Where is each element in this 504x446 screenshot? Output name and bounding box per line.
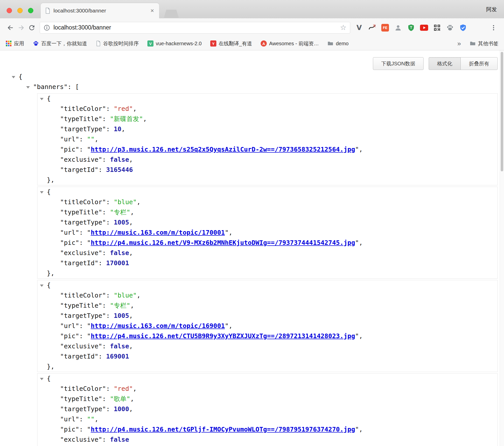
json-url-link[interactable]: http://p4.music.126.net/CTU5B9R9y3XyYBZX… xyxy=(91,332,355,340)
json-token: "typeTitle" xyxy=(60,302,102,309)
json-line: "exclusive": false, xyxy=(37,155,497,165)
svg-text:英: 英 xyxy=(373,24,376,27)
bookmarks-bar: 应用 百度一下，你就知道 谷歌按时间排序 V vue-hackernews-2.… xyxy=(0,37,504,50)
vimium-extension-icon[interactable]: V xyxy=(355,23,363,32)
bookmark-label: 谷歌按时间排序 xyxy=(103,40,139,47)
format-button[interactable]: 格式化 xyxy=(429,57,461,70)
json-line: "targetType": 1000, xyxy=(37,404,497,414)
json-token: "typeTitle" xyxy=(60,395,102,403)
json-token: 10 xyxy=(114,125,121,133)
json-token: "专栏" xyxy=(110,209,130,216)
json-token: " xyxy=(355,146,359,153)
new-tab-button[interactable] xyxy=(164,10,179,18)
bookmark-label: Awesomes - 前端资… xyxy=(269,40,319,47)
json-token: 170001 xyxy=(106,259,129,267)
collapse-triangle-icon[interactable] xyxy=(40,285,44,287)
json-token: , xyxy=(130,395,134,403)
folder-icon xyxy=(470,40,476,47)
json-token: { xyxy=(19,73,22,80)
collapse-triangle-icon[interactable] xyxy=(12,76,15,78)
youtube-extension-icon[interactable] xyxy=(420,23,428,32)
bookmark-demo-folder[interactable]: demo xyxy=(327,40,348,47)
json-url-link[interactable]: http://music.163.com/m/topic/169001 xyxy=(91,322,225,330)
bookmark-google-sort[interactable]: 谷歌按时间排序 xyxy=(96,40,139,47)
json-line: { xyxy=(0,72,504,82)
json-token: "targetId" xyxy=(60,353,99,360)
json-token: , xyxy=(137,198,141,206)
download-json-button[interactable]: 下载JSON数据 xyxy=(373,57,424,70)
json-token: "新碟首发" xyxy=(110,115,143,123)
banner-object: {"titleColor": "red","typeTitle": "新碟首发"… xyxy=(37,93,498,185)
collapse-triangle-icon[interactable] xyxy=(40,378,44,380)
json-token: { xyxy=(47,188,51,196)
browser-menu-button[interactable] xyxy=(488,22,499,33)
awesomes-icon: A xyxy=(261,40,267,47)
json-token: , xyxy=(129,343,133,350)
json-token: : xyxy=(106,219,114,226)
json-url-link[interactable]: http://p3.music.126.net/s25q2x5QyqsAzilC… xyxy=(91,146,355,153)
address-bar[interactable]: localhost:3000/banner ☆ xyxy=(40,22,350,34)
json-token: "exclusive" xyxy=(60,156,102,163)
bookmark-vue-hackernews[interactable]: V vue-hackernews-2.0 xyxy=(147,40,202,47)
apps-grid-icon xyxy=(6,40,12,47)
json-url-link[interactable]: http://music.163.com/m/topic/170001 xyxy=(91,229,225,236)
json-line: "titleColor": "blue", xyxy=(37,290,497,301)
forward-button[interactable] xyxy=(16,22,26,33)
zoom-window-button[interactable] xyxy=(28,8,33,13)
json-token: "blue" xyxy=(114,198,137,206)
json-token: , xyxy=(143,115,147,123)
folder-icon xyxy=(327,40,333,47)
bookmark-star-icon[interactable]: ☆ xyxy=(340,24,346,31)
back-button[interactable] xyxy=(5,22,16,33)
json-token: , xyxy=(129,312,133,319)
json-line: "pic": "http://p4.music.126.net/tGPljf-I… xyxy=(37,424,497,435)
close-window-button[interactable] xyxy=(7,8,12,13)
bookmark-apps[interactable]: 应用 xyxy=(6,40,24,47)
bookmark-awesomes[interactable]: A Awesomes - 前端资… xyxy=(261,40,319,47)
bookmark-other-bookmarks[interactable]: 其他书签 xyxy=(470,40,498,47)
json-token: , xyxy=(359,146,363,153)
page-info-icon[interactable] xyxy=(44,24,50,31)
url-text[interactable]: localhost:3000/banner xyxy=(53,24,340,31)
collapse-triangle-icon[interactable] xyxy=(26,86,30,88)
json-token: : xyxy=(106,105,114,112)
json-token: , xyxy=(129,219,133,226)
collapse-all-button[interactable]: 折叠所有 xyxy=(460,57,498,70)
green-shield-extension-icon[interactable]: T xyxy=(407,23,415,32)
youdao-dict-extension-icon[interactable]: 英 xyxy=(368,23,376,32)
qrcode-extension-icon[interactable] xyxy=(433,23,441,32)
json-token: : [ xyxy=(67,83,79,91)
json-token: , xyxy=(130,302,134,309)
bookmark-youdao-translate[interactable]: Y 在线翻译_有道 xyxy=(210,40,252,47)
banner-object: {"titleColor": "blue","typeTitle": "专栏",… xyxy=(37,187,498,279)
profile-name[interactable]: 阿发 xyxy=(486,6,497,13)
bookmark-baidu[interactable]: 百度一下，你就知道 xyxy=(33,40,87,47)
fehelper-extension-icon[interactable]: FE xyxy=(381,23,389,32)
json-line: "banners": [ xyxy=(0,82,504,92)
json-token: "" xyxy=(87,136,94,143)
shield-check-icon xyxy=(459,24,467,32)
scrollbar-thumb[interactable] xyxy=(501,52,503,171)
forward-arrow-icon xyxy=(17,24,25,32)
tab-close-icon[interactable]: × xyxy=(149,7,155,14)
page-scrollbar[interactable] xyxy=(500,50,504,446)
json-line: { xyxy=(37,94,497,104)
minimize-window-button[interactable] xyxy=(17,8,23,13)
json-line: "titleColor": "blue", xyxy=(37,197,497,207)
json-token: , xyxy=(94,415,98,423)
json-token: : xyxy=(79,136,87,143)
browser-tab[interactable]: localhost:3000/banner × xyxy=(41,3,159,18)
collapse-triangle-icon[interactable] xyxy=(40,98,44,100)
json-token: "exclusive" xyxy=(60,343,102,350)
collapse-triangle-icon[interactable] xyxy=(40,191,44,194)
json-url-link[interactable]: http://p4.music.126.net/V9-MXz6b2MNhEKju… xyxy=(91,239,355,246)
person-extension-icon[interactable] xyxy=(394,23,402,32)
json-token: , xyxy=(94,136,98,143)
blue-shield-extension-icon[interactable] xyxy=(459,23,467,32)
bookmarks-overflow-chevron[interactable]: » xyxy=(457,40,461,47)
reload-button[interactable] xyxy=(26,22,37,33)
json-url-link[interactable]: http://p4.music.126.net/tGPljf-IMOCyPvum… xyxy=(91,426,355,433)
traffic-lights xyxy=(7,8,33,13)
json-line: "targetType": 10, xyxy=(37,124,497,134)
paw-extension-icon[interactable] xyxy=(446,23,454,32)
